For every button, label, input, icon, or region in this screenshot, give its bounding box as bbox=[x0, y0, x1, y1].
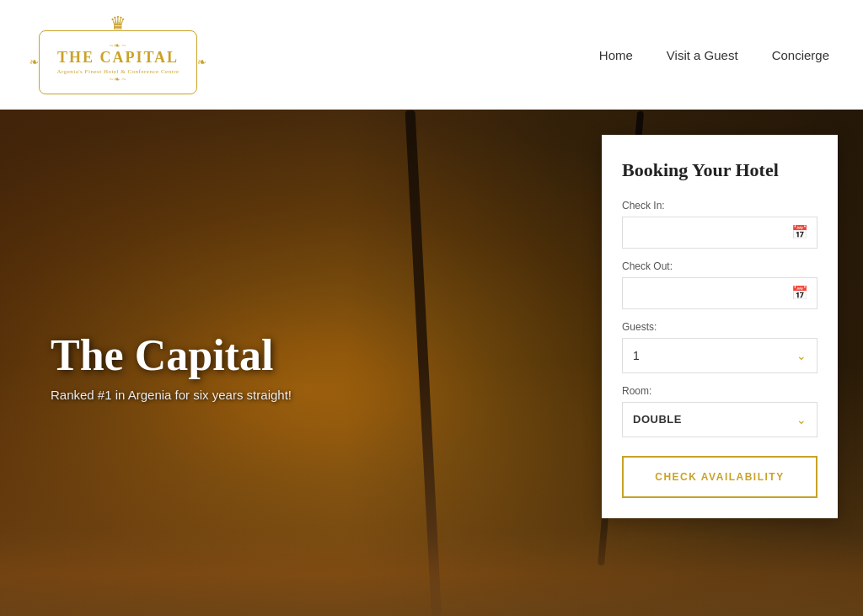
pool-overlay bbox=[0, 532, 863, 616]
guests-group: Guests: 1 2 3 4 5 6 ⌄ bbox=[622, 321, 817, 373]
check-availability-button[interactable]: CHECK AVAILABILITY bbox=[622, 456, 817, 498]
booking-card: Booking Your Hotel Check In: 📅 Check Out… bbox=[602, 135, 838, 518]
check-in-input-wrap[interactable]: 📅 bbox=[622, 217, 817, 249]
check-in-label: Check In: bbox=[622, 200, 817, 212]
check-out-calendar-icon[interactable]: 📅 bbox=[791, 285, 808, 301]
nav-item-visit-guest[interactable]: Visit a Guest bbox=[667, 48, 738, 62]
hero-section: The Capital Ranked #1 in Argenia for six… bbox=[0, 110, 863, 616]
scroll-left-deco: ❧ bbox=[29, 56, 39, 69]
site-header: ♛ ❧ ❧ The Capital Argenia's Finest Hotel… bbox=[0, 0, 863, 110]
room-group: Room: SINGLE DOUBLE SUITE DELUXE ⌄ bbox=[622, 385, 817, 437]
check-out-input[interactable] bbox=[631, 287, 791, 300]
nav-item-concierge[interactable]: Concierge bbox=[772, 48, 829, 62]
guests-select[interactable]: 1 2 3 4 5 6 bbox=[633, 349, 807, 362]
check-out-input-wrap[interactable]: 📅 bbox=[622, 277, 817, 309]
hero-title: The Capital bbox=[51, 331, 292, 379]
check-out-label: Check Out: bbox=[622, 260, 817, 272]
check-in-input[interactable] bbox=[631, 226, 791, 239]
logo-border: ❧ ❧ The Capital Argenia's Finest Hotel &… bbox=[39, 30, 196, 94]
guests-label: Guests: bbox=[622, 321, 817, 333]
room-select-wrap: SINGLE DOUBLE SUITE DELUXE ⌄ bbox=[622, 402, 817, 437]
check-in-group: Check In: 📅 bbox=[622, 200, 817, 249]
main-nav: Home Visit a Guest Concierge bbox=[599, 48, 829, 62]
logo-subtitle: Argenia's Finest Hotel & Conference Cent… bbox=[56, 68, 179, 75]
hero-text-block: The Capital Ranked #1 in Argenia for six… bbox=[51, 331, 292, 402]
hero-subtitle: Ranked #1 in Argenia for six years strai… bbox=[51, 388, 292, 402]
logo-area: ♛ ❧ ❧ The Capital Argenia's Finest Hotel… bbox=[34, 13, 202, 97]
room-select[interactable]: SINGLE DOUBLE SUITE DELUXE bbox=[633, 413, 807, 426]
booking-title: Booking Your Hotel bbox=[622, 158, 817, 183]
check-out-group: Check Out: 📅 bbox=[622, 260, 817, 309]
guests-select-wrap: 1 2 3 4 5 6 ⌄ bbox=[622, 338, 817, 373]
logo-emblem: ♛ ❧ ❧ The Capital Argenia's Finest Hotel… bbox=[34, 13, 202, 97]
check-in-calendar-icon[interactable]: 📅 bbox=[791, 224, 808, 240]
room-label: Room: bbox=[622, 385, 817, 397]
nav-item-home[interactable]: Home bbox=[599, 48, 633, 62]
scroll-right-deco: ❧ bbox=[197, 56, 206, 69]
logo-title: The Capital bbox=[56, 50, 179, 67]
